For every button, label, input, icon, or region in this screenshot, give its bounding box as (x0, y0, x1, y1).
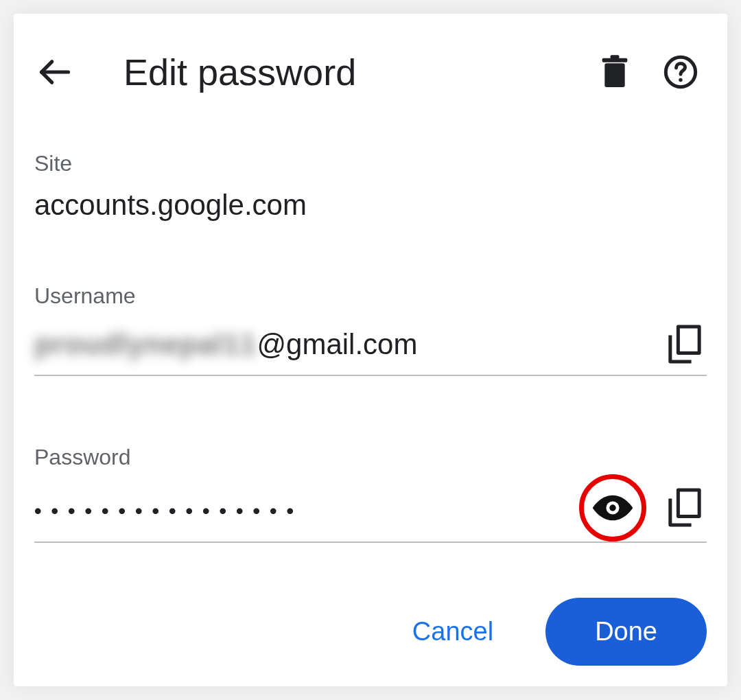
svg-rect-3 (611, 55, 620, 59)
dialog-title: Edit password (124, 51, 596, 93)
username-group: Username proudlynepal11 @gmail.com (34, 283, 707, 376)
password-field-row: •••••••••••••••• (34, 474, 707, 543)
eye-icon (590, 493, 635, 523)
svg-rect-6 (678, 327, 699, 353)
password-label: Password (34, 445, 707, 470)
help-button[interactable] (661, 53, 700, 91)
header-actions (596, 53, 707, 91)
username-visible-part: @gmail.com (257, 328, 417, 361)
svg-rect-1 (604, 63, 624, 87)
svg-rect-9 (678, 490, 699, 516)
copy-icon (668, 325, 702, 364)
show-password-highlight (579, 474, 646, 541)
password-group: Password •••••••••••••••• (34, 445, 707, 543)
copy-password-button[interactable] (666, 489, 704, 527)
help-icon (663, 54, 698, 90)
svg-point-8 (609, 504, 616, 511)
back-arrow-icon (37, 54, 73, 90)
dialog-body: Site accounts.google.com Username proudl… (14, 103, 727, 543)
delete-button[interactable] (596, 53, 634, 91)
show-password-button[interactable] (590, 493, 635, 523)
copy-username-button[interactable] (666, 325, 704, 364)
username-field[interactable]: proudlynepal11 @gmail.com (34, 321, 666, 368)
username-redacted-part: proudlynepal11 (34, 328, 257, 361)
edit-password-dialog: Edit password Site accounts (14, 14, 727, 686)
trash-icon (600, 54, 630, 90)
site-group: Site accounts.google.com (34, 151, 707, 222)
svg-point-5 (679, 78, 682, 82)
cancel-button[interactable]: Cancel (401, 610, 504, 653)
done-button[interactable]: Done (545, 598, 707, 666)
password-field[interactable]: •••••••••••••••• (34, 493, 579, 523)
site-label: Site (34, 151, 707, 176)
username-label: Username (34, 283, 707, 309)
dialog-footer: Cancel Done (401, 598, 707, 666)
copy-icon (668, 488, 702, 528)
username-field-row: proudlynepal11 @gmail.com (34, 314, 707, 376)
back-button[interactable] (34, 51, 75, 93)
site-value: accounts.google.com (34, 189, 707, 222)
dialog-header: Edit password (14, 14, 727, 103)
